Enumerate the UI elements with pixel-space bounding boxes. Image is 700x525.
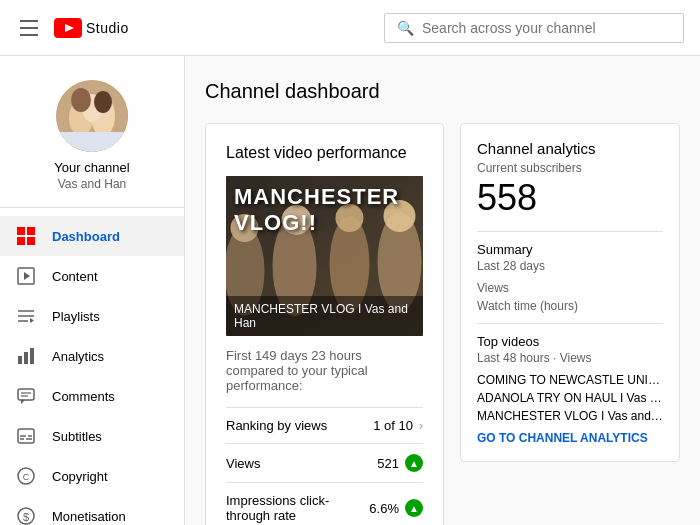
- avatar-image: [56, 80, 128, 152]
- ranking-value: 1 of 10 ›: [373, 418, 423, 433]
- sidebar-item-subtitles[interactable]: Subtitles: [0, 416, 184, 456]
- ctr-number: 6.6%: [369, 501, 399, 516]
- views-number: 521: [377, 456, 399, 471]
- ranking-number: 1 of 10: [373, 418, 413, 433]
- svg-point-7: [71, 88, 91, 112]
- content-grid: Latest video performance: [205, 123, 680, 525]
- svg-rect-9: [56, 132, 128, 152]
- subscribers-label: Current subscribers: [477, 161, 663, 175]
- sidebar-item-monetisation[interactable]: $ Monetisation: [0, 496, 184, 525]
- metric-views: Views: [477, 281, 663, 295]
- subtitles-icon: [16, 426, 36, 446]
- sidebar-item-copyright[interactable]: C Copyright: [0, 456, 184, 496]
- sidebar-item-content[interactable]: Content: [0, 256, 184, 296]
- stat-row-ranking: Ranking by views 1 of 10 ›: [226, 407, 423, 443]
- subtitles-label: Subtitles: [52, 429, 102, 444]
- sidebar: Your channel Vas and Han Dashboard Conte…: [0, 56, 185, 525]
- sidebar-item-comments[interactable]: Comments: [0, 376, 184, 416]
- avatar: [56, 80, 128, 152]
- svg-rect-23: [18, 389, 34, 400]
- views-label: Views: [226, 456, 260, 471]
- svg-point-8: [94, 91, 112, 113]
- summary-period: Last 28 days: [477, 259, 663, 273]
- avatar-svg: [56, 80, 128, 152]
- dashboard-icon: [16, 226, 36, 246]
- right-panel: Channel analytics Current subscribers 55…: [460, 123, 680, 525]
- content-label: Content: [52, 269, 98, 284]
- performance-note: First 149 days 23 hours compared to your…: [226, 348, 423, 393]
- top-video-2: ADANOLA TRY ON HAUL I Vas and Han…: [477, 391, 663, 405]
- summary-title: Summary: [477, 242, 663, 257]
- copyright-label: Copyright: [52, 469, 108, 484]
- menu-button[interactable]: [16, 16, 42, 40]
- analytics-label: Analytics: [52, 349, 104, 364]
- stats-table: Ranking by views 1 of 10 › Views 521 ▲: [226, 407, 423, 525]
- stat-row-views: Views 521 ▲: [226, 443, 423, 482]
- search-bar[interactable]: 🔍: [384, 13, 684, 43]
- svg-rect-10: [17, 227, 25, 235]
- top-video-3: MANCHESTER VLOG I Vas and Han…: [477, 409, 663, 423]
- video-performance-title: Latest video performance: [226, 144, 423, 162]
- svg-marker-15: [24, 272, 30, 280]
- svg-text:C: C: [23, 472, 30, 482]
- playlists-label: Playlists: [52, 309, 100, 324]
- header-left: Studio: [16, 16, 129, 40]
- svg-rect-22: [30, 348, 34, 364]
- top-video-1: COMING TO NEWCASTLE UNI??? I TOF…: [477, 373, 663, 387]
- sidebar-nav: Dashboard Content Playlists Analytics: [0, 216, 184, 525]
- svg-text:$: $: [23, 511, 29, 523]
- ctr-value: 6.6% ▲: [369, 499, 423, 517]
- yt-icon: [54, 18, 82, 38]
- studio-label: Studio: [86, 20, 129, 36]
- monetisation-label: Monetisation: [52, 509, 126, 524]
- metric-watch-time: Watch time (hours): [477, 299, 663, 313]
- page-title: Channel dashboard: [205, 80, 680, 103]
- search-input[interactable]: [422, 20, 671, 36]
- app-layout: Your channel Vas and Han Dashboard Conte…: [0, 56, 700, 525]
- channel-handle: Vas and Han: [58, 177, 127, 191]
- comments-icon: [16, 386, 36, 406]
- divider-2: [477, 323, 663, 324]
- svg-rect-13: [27, 237, 35, 245]
- video-thumbnail[interactable]: MANCHESTER VLOG!! MANCHESTER VLOG I Vas …: [226, 176, 423, 336]
- svg-rect-20: [18, 356, 22, 364]
- subscribers-count: 558: [477, 177, 663, 219]
- sidebar-item-analytics[interactable]: Analytics: [0, 336, 184, 376]
- youtube-logo: Studio: [54, 18, 129, 38]
- channel-info: Your channel Vas and Han: [0, 68, 184, 208]
- thumb-vlog-text: MANCHESTER VLOG!!: [234, 184, 423, 236]
- channel-analytics-link[interactable]: GO TO CHANNEL ANALYTICS: [477, 431, 663, 445]
- thumb-caption: MANCHESTER VLOG I Vas and Han: [226, 296, 423, 336]
- channel-name: Your channel: [54, 160, 129, 175]
- top-videos-title: Top videos: [477, 334, 663, 349]
- comments-label: Comments: [52, 389, 115, 404]
- ctr-badge: ▲: [405, 499, 423, 517]
- ranking-label: Ranking by views: [226, 418, 327, 433]
- content-icon: [16, 266, 36, 286]
- main-content: Channel dashboard Latest video performan…: [185, 56, 700, 525]
- stat-row-ctr: Impressions click-through rate 6.6% ▲: [226, 482, 423, 525]
- dashboard-label: Dashboard: [52, 229, 120, 244]
- app-header: Studio 🔍: [0, 0, 700, 56]
- svg-rect-11: [27, 227, 35, 235]
- top-videos-period: Last 48 hours · Views: [477, 351, 663, 365]
- sidebar-item-playlists[interactable]: Playlists: [0, 296, 184, 336]
- ctr-label: Impressions click-through rate: [226, 493, 369, 523]
- search-icon: 🔍: [397, 20, 414, 36]
- monetisation-icon: $: [16, 506, 36, 525]
- playlists-icon: [16, 306, 36, 326]
- svg-rect-12: [17, 237, 25, 245]
- channel-analytics-card: Channel analytics Current subscribers 55…: [460, 123, 680, 462]
- divider-1: [477, 231, 663, 232]
- views-badge: ▲: [405, 454, 423, 472]
- analytics-icon: [16, 346, 36, 366]
- channel-analytics-title: Channel analytics: [477, 140, 663, 157]
- views-value: 521 ▲: [377, 454, 423, 472]
- ranking-arrow-icon: ›: [419, 419, 423, 433]
- copyright-icon: C: [16, 466, 36, 486]
- svg-marker-19: [30, 318, 34, 323]
- sidebar-item-dashboard[interactable]: Dashboard: [0, 216, 184, 256]
- svg-rect-21: [24, 352, 28, 364]
- video-performance-card: Latest video performance: [205, 123, 444, 525]
